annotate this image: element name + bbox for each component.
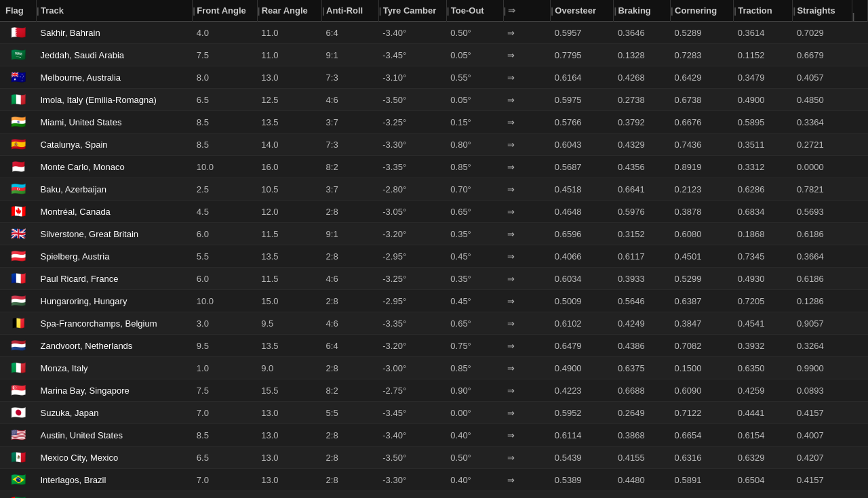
flag-cell: 🇦🇺 xyxy=(0,66,37,89)
braking-value: 0.5976 xyxy=(614,201,671,223)
arrow-value: ⇒ xyxy=(503,201,551,223)
table-header-row: Flag Track Front Angle Rear Angle Anti-R… xyxy=(0,0,868,22)
col-header-cornering[interactable]: Cornering xyxy=(671,0,734,22)
flag-icon: 🇸🇦 xyxy=(11,48,26,62)
tyre-camber-value: -2.80° xyxy=(378,178,446,201)
toe-out-value: 0.45° xyxy=(446,245,503,268)
table-row[interactable]: 🇳🇱 Zandvoort, Netherlands 9.5 13.5 6:4 -… xyxy=(0,335,868,357)
flag-icon: 🇦🇹 xyxy=(11,249,26,263)
col-header-flag[interactable]: Flag xyxy=(0,0,37,22)
row-end xyxy=(852,312,867,335)
braking-value: 0.5646 xyxy=(614,290,671,312)
straights-value: 0.4207 xyxy=(793,447,852,469)
table-row[interactable]: 🇧🇷 Interlagos, Brazil 7.0 13.0 2:8 -3.30… xyxy=(0,469,868,491)
table-row[interactable]: 🇨🇦 Montréal, Canada 4.5 12.0 2:8 -3.05° … xyxy=(0,201,868,223)
col-header-front-angle[interactable]: Front Angle xyxy=(193,0,257,22)
table-row[interactable]: 🇧🇪 Spa-Francorchamps, Belgium 3.0 9.5 4:… xyxy=(0,312,868,335)
straights-value: 0.6186 xyxy=(793,268,852,290)
table-row[interactable]: 🇲🇽 Mexico City, Mexico 6.5 13.0 2:8 -3.5… xyxy=(0,447,868,469)
track-name: Spa-Francorchamps, Belgium xyxy=(37,312,193,335)
rear-angle-value: 13.5 xyxy=(257,335,321,357)
table-row[interactable]: 🇦🇺 Melbourne, Australia 8.0 13.0 7:3 -3.… xyxy=(0,66,868,89)
table-row[interactable]: 🇬🇧 Silverstone, Great Britain 6.0 11.5 9… xyxy=(0,223,868,245)
front-angle-value: 4.0 xyxy=(193,22,257,44)
anti-roll-value: 4:6 xyxy=(322,268,379,290)
flag-cell: 🇺🇸 xyxy=(0,424,37,447)
braking-value: 0.6375 xyxy=(614,357,671,379)
table-row[interactable]: 🇭🇺 Hungaroring, Hungary 10.0 15.0 2:8 -2… xyxy=(0,290,868,312)
rear-angle-value: 13.5 xyxy=(257,245,321,268)
straights-value: 0.9057 xyxy=(793,312,852,335)
toe-out-value: 0.15° xyxy=(446,111,503,133)
rear-angle-value: 14.0 xyxy=(257,133,321,156)
col-header-braking[interactable]: Braking xyxy=(614,0,671,22)
toe-out-value: 0.85° xyxy=(446,357,503,379)
flag-icon: 🇦🇿 xyxy=(11,182,26,196)
col-header-oversteer[interactable]: Oversteer xyxy=(551,0,614,22)
col-header-traction[interactable]: Traction xyxy=(734,0,793,22)
traction-value: 0.3614 xyxy=(734,22,793,44)
arrow-value: ⇒ xyxy=(503,245,551,268)
cornering-value: 0.6654 xyxy=(671,424,734,447)
tyre-camber-value: -3.35° xyxy=(378,156,446,178)
track-name: Melbourne, Australia xyxy=(37,66,193,89)
table-row[interactable]: 🇲🇨 Monte Carlo, Monaco 10.0 16.0 8:2 -3.… xyxy=(0,156,868,178)
oversteer-value: 0.4648 xyxy=(551,201,614,223)
straights-value: 0.0893 xyxy=(793,379,852,402)
track-name: Suzuka, Japan xyxy=(37,402,193,424)
rear-angle-value: 11.0 xyxy=(257,44,321,66)
flag-icon: 🇮🇳 xyxy=(11,115,26,129)
cornering-value: 0.3878 xyxy=(671,201,734,223)
col-header-rear-angle[interactable]: Rear Angle xyxy=(257,0,321,22)
traction-value: 0.3479 xyxy=(734,66,793,89)
track-name: Jeddah, Saudi Arabia xyxy=(37,44,193,66)
table-row[interactable]: 🇺🇸 Austin, United States 8.5 13.0 2:8 -3… xyxy=(0,424,868,447)
rear-angle-value: 12.0 xyxy=(257,201,321,223)
front-angle-value: 10.0 xyxy=(193,156,257,178)
table-row[interactable]: 🇧🇭 Sakhir, Bahrain 4.0 11.0 6:4 -3.40° 0… xyxy=(0,22,868,44)
table-row[interactable]: 🇦🇪 Yas Marina, UAE 5.0 12.5 4:6 -3.20° 0… xyxy=(0,491,868,499)
col-header-tyre-camber[interactable]: Tyre Camber xyxy=(378,0,446,22)
straights-value: 0.3364 xyxy=(793,111,852,133)
table-row[interactable]: 🇸🇦 Jeddah, Saudi Arabia 7.5 11.0 9:1 -3.… xyxy=(0,44,868,66)
cornering-value: 0.8919 xyxy=(671,156,734,178)
table-row[interactable]: 🇮🇳 Miami, United States 8.5 13.5 3:7 -3.… xyxy=(0,111,868,133)
braking-value: 0.4155 xyxy=(614,447,671,469)
table-row[interactable]: 🇦🇿 Baku, Azerbaijan 2.5 10.5 3:7 -2.80° … xyxy=(0,178,868,201)
anti-roll-value: 7:3 xyxy=(322,133,379,156)
col-header-track[interactable]: Track xyxy=(37,0,193,22)
braking-value: 0.4356 xyxy=(614,156,671,178)
table-row[interactable]: 🇦🇹 Spielberg, Austria 5.5 13.5 2:8 -2.95… xyxy=(0,245,868,268)
arrow-value: ⇒ xyxy=(503,312,551,335)
col-header-arrow: ⇒ xyxy=(503,0,551,22)
table-row[interactable]: 🇮🇹 Imola, Italy (Emilia-Romagna) 6.5 12.… xyxy=(0,89,868,111)
toe-out-value: 0.50° xyxy=(446,22,503,44)
col-header-toe-out[interactable]: Toe-Out xyxy=(446,0,503,22)
col-header-anti-roll[interactable]: Anti-Roll xyxy=(322,0,379,22)
flag-icon: 🇨🇦 xyxy=(11,205,26,218)
col-header-straights[interactable]: Straights xyxy=(793,0,852,22)
track-name: Zandvoort, Netherlands xyxy=(37,335,193,357)
track-name: Sakhir, Bahrain xyxy=(37,22,193,44)
track-name: Yas Marina, UAE xyxy=(37,491,193,499)
front-angle-value: 8.5 xyxy=(193,111,257,133)
flag-cell: 🇪🇸 xyxy=(0,133,37,156)
table-row[interactable]: 🇫🇷 Paul Ricard, France 6.0 11.5 4:6 -3.2… xyxy=(0,268,868,290)
oversteer-value: 0.4223 xyxy=(551,379,614,402)
toe-out-value: 0.70° xyxy=(446,178,503,201)
cornering-value: 0.3847 xyxy=(671,312,734,335)
table-row[interactable]: 🇮🇹 Monza, Italy 1.0 9.0 2:8 -3.00° 0.85°… xyxy=(0,357,868,379)
toe-out-value: 0.00° xyxy=(446,402,503,424)
toe-out-value: 0.05° xyxy=(446,44,503,66)
oversteer-value: 0.5009 xyxy=(551,290,614,312)
table-row[interactable]: 🇪🇸 Catalunya, Spain 8.5 14.0 7:3 -3.30° … xyxy=(0,133,868,156)
table-row[interactable]: 🇯🇵 Suzuka, Japan 7.0 13.0 5:5 -3.45° 0.0… xyxy=(0,402,868,424)
cornering-value: 0.6080 xyxy=(671,223,734,245)
flag-cell: 🇫🇷 xyxy=(0,268,37,290)
tyre-camber-value: -3.20° xyxy=(378,223,446,245)
table-row[interactable]: 🇸🇬 Marina Bay, Singapore 7.5 15.5 8:2 -2… xyxy=(0,379,868,402)
oversteer-value: 0.5975 xyxy=(551,89,614,111)
flag-icon: 🇭🇺 xyxy=(11,294,26,308)
cornering-value: 0.7082 xyxy=(671,335,734,357)
straights-value: 0.4157 xyxy=(793,402,852,424)
